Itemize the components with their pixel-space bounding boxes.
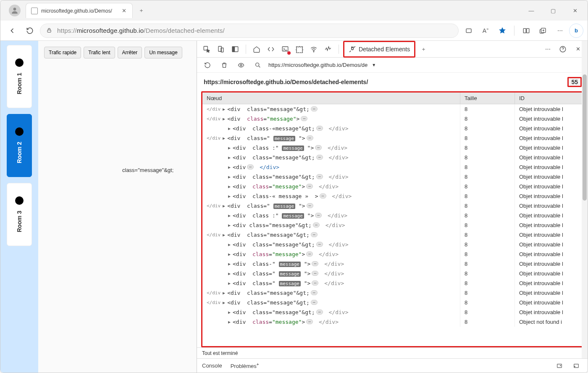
- svg-rect-1: [47, 30, 51, 32]
- more-badge[interactable]: ⋯: [315, 145, 322, 150]
- detached-elements-tab[interactable]: Detached Elements: [343, 41, 415, 58]
- room-tab-2[interactable]: Room 2: [7, 114, 32, 177]
- search-icon[interactable]: [252, 59, 264, 71]
- table-row[interactable]: ▶<div class-« message » >⋯ </div>8Objet …: [202, 191, 582, 201]
- minimize-button[interactable]: ―: [522, 4, 541, 17]
- drawer-console-tab[interactable]: Console: [202, 362, 222, 369]
- dropdown-caret-icon[interactable]: ▼: [372, 63, 376, 67]
- help-icon[interactable]: [556, 43, 569, 56]
- app-icon[interactable]: [461, 23, 476, 38]
- bing-chat-icon[interactable]: b: [569, 24, 583, 38]
- more-badge[interactable]: ⋯: [312, 280, 318, 286]
- stop-button[interactable]: Arrêter: [118, 47, 142, 58]
- column-node[interactable]: Nœud: [202, 93, 460, 104]
- table-row[interactable]: ▶<div class=" message ">⋯ </div>8Objet i…: [202, 269, 582, 278]
- room-tab-1[interactable]: Room 1: [7, 45, 32, 108]
- sources-icon[interactable]: [293, 43, 306, 56]
- refresh-panel-icon[interactable]: [201, 59, 214, 71]
- more-badge[interactable]: ⋯: [316, 126, 323, 131]
- one-message-button[interactable]: Un message: [144, 47, 182, 58]
- more-tools-icon[interactable]: ⋯: [541, 43, 554, 56]
- table-row[interactable]: ▶<div class="message">⋯ </div>8Objet int…: [202, 249, 582, 259]
- read-aloud-icon[interactable]: A»: [478, 23, 493, 38]
- table-row[interactable]: ▶<div class :" message ">⋯ </div>8Objet …: [202, 143, 582, 153]
- table-row[interactable]: ▶<div⋯ </div>8Objet introuvable l: [202, 162, 582, 172]
- size-cell: 8: [460, 162, 515, 172]
- inspect-icon[interactable]: [200, 43, 213, 56]
- table-row[interactable]: ▶<div class="message"&gt;⋯ </div>8Objet …: [202, 220, 582, 230]
- add-tab-button[interactable]: ＋: [417, 43, 430, 56]
- drawer-problems-tab[interactable]: Problèmes+: [231, 362, 259, 369]
- table-row[interactable]: ▶<div class="message">⋯ </div>8Object no…: [202, 317, 582, 327]
- table-row[interactable]: </div▶<div class="message"&gt;⋯8Objet in…: [202, 288, 582, 298]
- more-badge[interactable]: ⋯: [312, 271, 318, 276]
- more-badge[interactable]: ⋯: [311, 300, 318, 305]
- table-row[interactable]: ▶<div class=" message ">⋯ </div>8Objet i…: [202, 278, 582, 288]
- more-badge[interactable]: ⋯: [316, 155, 323, 160]
- column-id[interactable]: ID: [515, 93, 582, 104]
- back-button[interactable]: [5, 23, 20, 38]
- tab-close-icon[interactable]: ✕: [121, 8, 127, 14]
- device-toggle-icon[interactable]: [215, 43, 227, 56]
- table-row[interactable]: </div▶<div class="message"&gt;⋯8Objet in…: [202, 230, 582, 240]
- table-row[interactable]: </div▶<div class="message"&gt;⋯8Objet in…: [202, 104, 582, 114]
- split-screen-icon[interactable]: [519, 23, 534, 38]
- subbar-url[interactable]: https://microsoftedge.github.io/Demos/de: [268, 62, 368, 68]
- more-badge[interactable]: ⋯: [316, 242, 323, 247]
- table-row[interactable]: </div▶<div class=" message ">⋯8Objet int…: [202, 201, 582, 211]
- more-badge[interactable]: ⋯: [306, 251, 313, 257]
- url-field[interactable]: https://microsoftedge.github.io/Demos/de…: [40, 24, 459, 38]
- traffic-fast-button[interactable]: Trafic rapide: [44, 47, 81, 58]
- elements-icon[interactable]: [265, 43, 277, 56]
- more-badge[interactable]: ⋯: [313, 222, 320, 228]
- dock-icon[interactable]: [229, 43, 242, 56]
- room-tab-3[interactable]: Room 3: [7, 183, 32, 246]
- column-size[interactable]: Taille: [460, 93, 515, 104]
- table-row[interactable]: </div▶<div class=" message ">⋯8Objet int…: [202, 133, 582, 143]
- maximize-button[interactable]: ▢: [544, 4, 562, 17]
- table-scroll[interactable]: Nœud Taille ID </div▶<div class="message…: [202, 93, 582, 346]
- more-badge[interactable]: ⋯: [316, 174, 323, 179]
- more-badge[interactable]: ⋯: [306, 319, 313, 324]
- traffic-slow-button[interactable]: Trafic lent: [84, 47, 115, 58]
- table-row[interactable]: ▶<div class="message"&gt;⋯ </div>8Objet …: [202, 240, 582, 249]
- table-row[interactable]: ▶<div class="message"&gt;⋯ </div>8Objet …: [202, 307, 582, 317]
- more-badge[interactable]: ⋯: [307, 203, 313, 208]
- network-icon[interactable]: [307, 43, 320, 56]
- close-window-button[interactable]: ✕: [566, 4, 584, 17]
- more-badge[interactable]: ⋯: [307, 135, 313, 140]
- more-badge[interactable]: ⋯: [316, 310, 323, 315]
- profile-avatar[interactable]: [9, 5, 21, 16]
- favorite-icon[interactable]: [495, 23, 510, 38]
- browser-tab[interactable]: microsoftedge.github.io/Demos/ ✕: [26, 3, 133, 18]
- refresh-button[interactable]: [22, 23, 37, 38]
- more-badge[interactable]: ⋯: [312, 261, 318, 266]
- table-row[interactable]: ▶<div class="message"&gt;⋯ </div>8Objet …: [202, 153, 582, 162]
- more-badge[interactable]: ⋯: [301, 116, 307, 121]
- more-icon[interactable]: ⋯: [552, 23, 567, 38]
- more-badge[interactable]: ⋯: [311, 290, 318, 295]
- drawer-expand-icon[interactable]: [553, 360, 566, 372]
- eye-icon[interactable]: [235, 59, 247, 71]
- devtools-scrollbar[interactable]: [582, 41, 588, 358]
- table-row[interactable]: </div▶<div class="message">⋯8Objet intro…: [202, 114, 582, 124]
- trash-icon[interactable]: [218, 59, 231, 71]
- new-tab-button[interactable]: ＋: [134, 4, 148, 17]
- table-row[interactable]: ▶<div class :" message ">⋯ </div>8Objet …: [202, 211, 582, 220]
- table-row[interactable]: ▶<div class-" message ">⋯ </div>8Objet i…: [202, 259, 582, 269]
- drawer-collapse-icon[interactable]: [570, 360, 583, 372]
- table-row[interactable]: ▶<div class="message">⋯ </div>8Objet int…: [202, 182, 582, 191]
- table-row[interactable]: ▶<div class="message"&gt;⋯ </div>8Objet …: [202, 172, 582, 182]
- more-badge[interactable]: ⋯: [311, 232, 318, 237]
- more-badge[interactable]: ⋯: [315, 213, 322, 218]
- more-badge[interactable]: ⋯: [306, 184, 313, 189]
- more-badge[interactable]: ⋯: [320, 193, 326, 198]
- table-row[interactable]: ▶<div class-«message"&gt;⋯ </div>8Objet …: [202, 124, 582, 133]
- more-badge[interactable]: ⋯: [247, 164, 254, 169]
- more-badge[interactable]: ⋯: [311, 106, 318, 111]
- table-row[interactable]: </div▶<div class="message"&gt;⋯8Objet in…: [202, 298, 582, 307]
- console-icon[interactable]: [279, 43, 291, 56]
- welcome-icon[interactable]: [250, 43, 263, 56]
- performance-icon[interactable]: [322, 43, 334, 56]
- collections-icon[interactable]: [536, 23, 551, 38]
